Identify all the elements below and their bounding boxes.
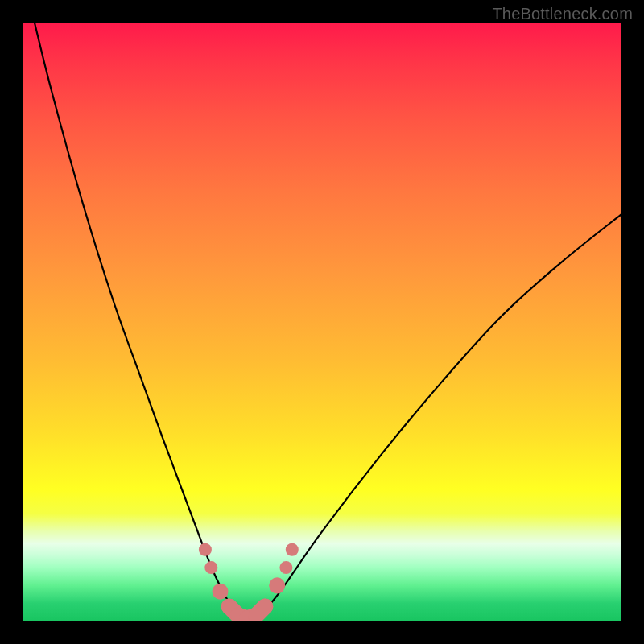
recommended-marker: [213, 584, 229, 600]
recommended-markers: [199, 543, 299, 621]
curve-path: [35, 23, 621, 619]
chart-frame: TheBottleneck.com: [0, 0, 644, 644]
watermark-text: TheBottleneck.com: [492, 5, 633, 23]
recommended-marker: [286, 543, 299, 556]
recommended-marker: [204, 561, 217, 574]
recommended-marker: [257, 598, 273, 614]
recommended-marker: [199, 543, 212, 556]
bottleneck-curve: [23, 23, 621, 621]
plot-area: [23, 23, 621, 621]
recommended-marker: [279, 561, 292, 574]
recommended-marker: [269, 577, 285, 593]
